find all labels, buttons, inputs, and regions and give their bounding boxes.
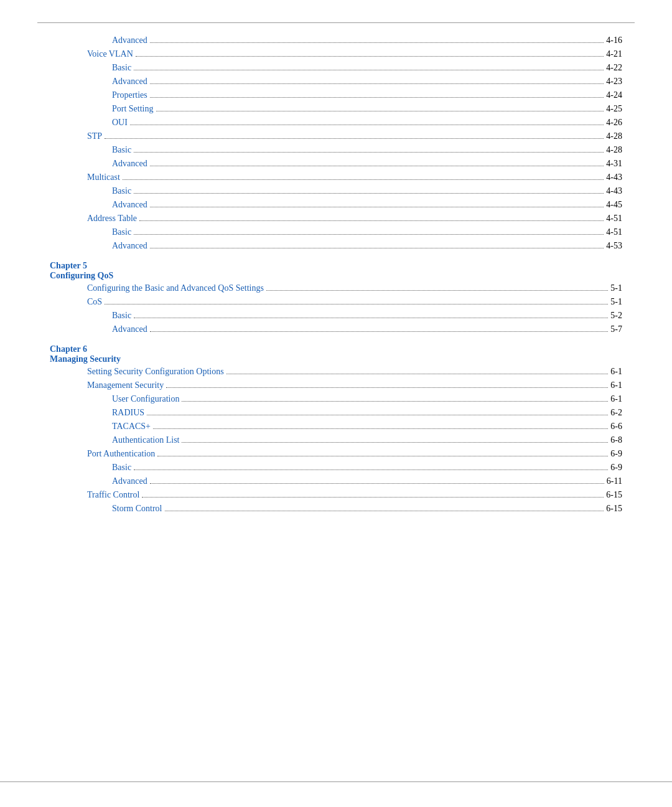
toc-dots: [150, 97, 604, 98]
toc-label: Traffic Control: [87, 490, 139, 500]
toc-label: Advanced: [112, 241, 147, 251]
toc-page: 6-15: [606, 504, 622, 514]
toc-page: 6-9: [610, 463, 622, 473]
toc-dots: [150, 42, 604, 43]
toc-dots: [123, 179, 604, 180]
toc-entry-address-table[interactable]: Address Table4-51: [50, 214, 622, 224]
toc-label: CoS: [87, 297, 102, 307]
toc-page: 4-53: [606, 241, 622, 251]
toc-entry-management-security[interactable]: Management Security6-1: [50, 380, 622, 390]
toc-entry-authentication-list[interactable]: Authentication List6-8: [50, 435, 622, 445]
toc-page: 5-7: [610, 324, 622, 334]
toc-entry-storm-control[interactable]: Storm Control6-15: [50, 504, 622, 514]
chapter-heading-chapter-6: Chapter 6Managing Security: [50, 344, 622, 364]
toc-page: 4-51: [606, 214, 622, 224]
toc-label: Management Security: [87, 380, 164, 390]
toc-entry-basic-4-22[interactable]: Basic4-22: [50, 63, 622, 73]
toc-entry-user-configuration[interactable]: User Configuration6-1: [50, 394, 622, 404]
toc-dots: [105, 304, 608, 304]
toc-label: TACACS+: [112, 422, 151, 432]
toc-entry-voice-vlan[interactable]: Voice VLAN4-21: [50, 49, 622, 59]
toc-entry-setting-security-config[interactable]: Setting Security Configuration Options6-…: [50, 367, 622, 377]
toc-dots: [156, 111, 604, 111]
toc-content: Advanced4-16Voice VLAN4-21Basic4-22Advan…: [37, 35, 635, 514]
toc-dots: [150, 83, 604, 84]
toc-page: 4-51: [606, 227, 622, 237]
toc-label: Basic: [112, 186, 131, 196]
toc-entry-advanced-4-31[interactable]: Advanced4-31: [50, 159, 622, 169]
toc-entry-advanced-5-7[interactable]: Advanced5-7: [50, 324, 622, 334]
toc-page: 4-21: [606, 49, 622, 59]
toc-page: 4-31: [606, 159, 622, 169]
toc-entry-multicast[interactable]: Multicast4-43: [50, 172, 622, 182]
toc-entry-advanced-4-53[interactable]: Advanced4-53: [50, 241, 622, 251]
toc-entry-basic-4-43[interactable]: Basic4-43: [50, 186, 622, 196]
toc-label: Advanced: [112, 77, 147, 87]
page-container: Advanced4-16Voice VLAN4-21Basic4-22Advan…: [0, 0, 672, 807]
toc-dots: [147, 415, 608, 415]
toc-page: 4-28: [606, 131, 622, 141]
toc-entry-traffic-control[interactable]: Traffic Control6-15: [50, 490, 622, 500]
toc-entry-advanced-6-11[interactable]: Advanced6-11: [50, 476, 622, 486]
toc-dots: [134, 152, 604, 153]
toc-entry-advanced-4-23[interactable]: Advanced4-23: [50, 77, 622, 87]
toc-dots: [226, 374, 609, 374]
toc-entry-radius[interactable]: RADIUS6-2: [50, 408, 622, 418]
chapter-title: Managing Security: [50, 354, 622, 364]
toc-entry-port-authentication[interactable]: Port Authentication6-9: [50, 449, 622, 459]
toc-entry-advanced-4-16[interactable]: Advanced4-16: [50, 35, 622, 45]
toc-page: 4-26: [606, 118, 622, 128]
toc-entry-cos[interactable]: CoS5-1: [50, 297, 622, 307]
toc-page: 4-16: [606, 35, 622, 45]
toc-page: 5-1: [610, 283, 622, 293]
toc-page: 6-1: [610, 394, 622, 404]
toc-page: 5-2: [610, 311, 622, 321]
toc-page: 6-6: [610, 422, 622, 432]
toc-label: Advanced: [112, 324, 147, 334]
toc-label: Port Authentication: [87, 449, 155, 459]
toc-page: 6-8: [610, 435, 622, 445]
toc-page: 6-9: [610, 449, 622, 459]
toc-dots: [166, 387, 608, 388]
toc-dots: [165, 511, 604, 511]
toc-label: RADIUS: [112, 408, 144, 418]
chapter-heading-chapter-5: Chapter 5Configuring QoS: [50, 261, 622, 281]
toc-entry-basic-6-9[interactable]: Basic6-9: [50, 463, 622, 473]
toc-page: 4-43: [606, 186, 622, 196]
toc-dots: [182, 401, 608, 402]
toc-label: Basic: [112, 463, 131, 473]
toc-pre-chapter-entries: Advanced4-16Voice VLAN4-21Basic4-22Advan…: [50, 35, 622, 251]
toc-entry-configuring-basic-advanced-qos[interactable]: Configuring the Basic and Advanced QoS S…: [50, 283, 622, 293]
toc-label: Basic: [112, 145, 131, 155]
toc-page: 4-22: [606, 63, 622, 73]
toc-label: Advanced: [112, 159, 147, 169]
toc-page: 6-2: [610, 408, 622, 418]
toc-entry-stp[interactable]: STP4-28: [50, 131, 622, 141]
toc-label: STP: [87, 131, 102, 141]
toc-entry-properties-4-24[interactable]: Properties4-24: [50, 90, 622, 100]
toc-entry-advanced-4-45[interactable]: Advanced4-45: [50, 200, 622, 210]
toc-dots: [153, 428, 608, 429]
toc-entry-basic-4-51[interactable]: Basic4-51: [50, 227, 622, 237]
toc-label: Port Setting: [112, 104, 154, 114]
toc-entry-tacacs[interactable]: TACACS+6-6: [50, 422, 622, 432]
toc-entry-oui-4-26[interactable]: OUI4-26: [50, 118, 622, 128]
toc-dots: [134, 318, 608, 318]
toc-page: 6-1: [610, 380, 622, 390]
toc-dots: [105, 138, 604, 139]
toc-entry-basic-5-2[interactable]: Basic5-2: [50, 311, 622, 321]
toc-dots: [150, 483, 604, 484]
toc-dots: [150, 248, 604, 248]
toc-page: 4-24: [606, 90, 622, 100]
toc-page: 6-1: [610, 367, 622, 377]
toc-entry-basic-4-28[interactable]: Basic4-28: [50, 145, 622, 155]
toc-dots: [142, 497, 604, 498]
toc-dots: [150, 331, 609, 332]
toc-entry-port-setting-4-25[interactable]: Port Setting4-25: [50, 104, 622, 114]
toc-page: 4-23: [606, 77, 622, 87]
toc-page: 4-25: [606, 104, 622, 114]
toc-label: Setting Security Configuration Options: [87, 367, 224, 377]
toc-dots: [182, 442, 608, 443]
toc-dots: [157, 456, 608, 456]
toc-label: Storm Control: [112, 504, 162, 514]
